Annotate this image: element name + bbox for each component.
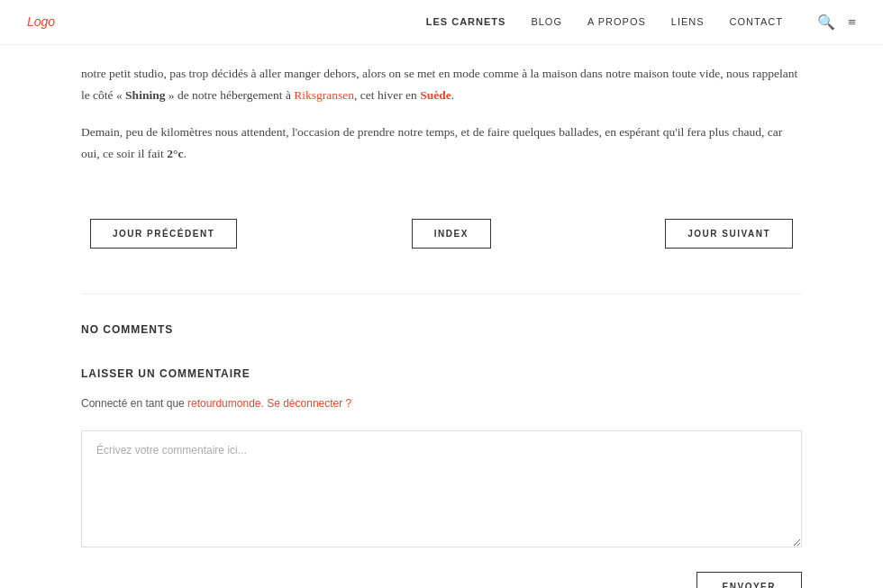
nav-blog[interactable]: BLOG — [531, 14, 562, 31]
nav-les-carnets[interactable]: LES CARNETS — [426, 14, 506, 31]
submit-area: ENVOYER — [81, 572, 802, 588]
index-button[interactable]: INDEX — [412, 219, 491, 249]
nav-liens[interactable]: LIENS — [671, 14, 705, 31]
riksgransen-link[interactable]: Riksgransen — [294, 88, 354, 102]
header-icons: 🔍 ≡ — [817, 11, 856, 34]
search-icon[interactable]: 🔍 — [817, 11, 835, 34]
suede-link[interactable]: Suède — [420, 88, 451, 102]
logo[interactable]: Logo — [27, 12, 55, 32]
main-content: notre petit studio, pas trop décidés à a… — [54, 45, 829, 588]
leave-comment-section: LAISSER UN COMMENTAIRE Connecté en tant … — [81, 366, 802, 588]
connected-prefix: Connecté en tant que — [81, 397, 187, 410]
no-comments-label: NO COMMENTS — [81, 321, 802, 339]
connected-user-link[interactable]: retourdumonde. — [187, 397, 264, 410]
next-day-button[interactable]: JOUR SUIVANT — [665, 219, 793, 249]
submit-button[interactable]: ENVOYER — [696, 572, 802, 588]
comments-section: NO COMMENTS — [81, 294, 802, 339]
paragraph-2: Demain, peu de kilomètres nous attendent… — [81, 122, 802, 164]
main-nav: LES CARNETS BLOG A PROPOS LIENS CONTACT … — [426, 11, 856, 34]
paragraph-1: notre petit studio, pas trop décidés à a… — [81, 63, 802, 105]
disconnect-link[interactable]: Se déconnecter ? — [267, 397, 351, 410]
menu-icon[interactable]: ≡ — [848, 11, 856, 34]
page-nav-buttons: JOUR PRÉCÉDENT INDEX JOUR SUIVANT — [81, 219, 802, 249]
nav-contact[interactable]: CONTACT — [730, 14, 783, 31]
nav-a-propos[interactable]: A PROPOS — [587, 14, 646, 31]
comment-textarea[interactable] — [81, 430, 802, 547]
connected-status: Connecté en tant que retourdumonde. Se d… — [81, 395, 802, 412]
prev-day-button[interactable]: JOUR PRÉCÉDENT — [90, 219, 237, 249]
leave-comment-title: LAISSER UN COMMENTAIRE — [81, 366, 802, 383]
site-header: Logo LES CARNETS BLOG A PROPOS LIENS CON… — [0, 0, 883, 45]
